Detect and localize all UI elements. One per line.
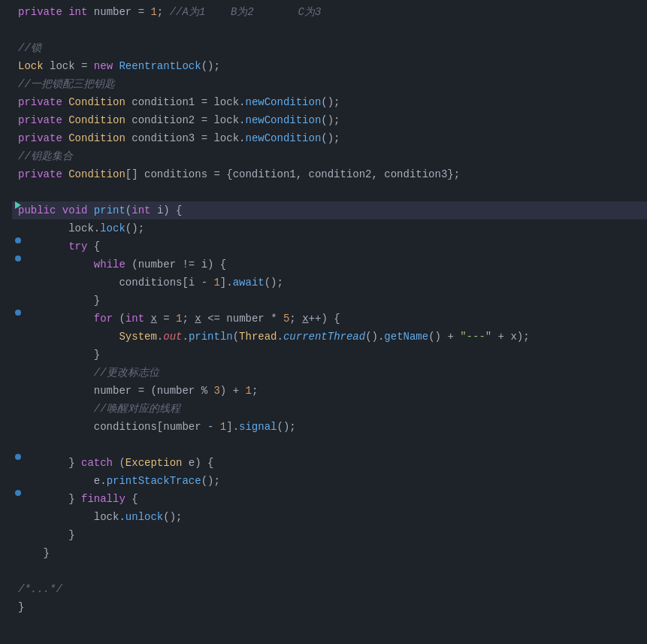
code-line: } bbox=[12, 544, 647, 562]
code-line: lock.lock(); bbox=[12, 219, 647, 237]
code-line bbox=[12, 562, 647, 580]
code-editor: private int number = 1; //A为1 B为2 C为3 //… bbox=[0, 0, 647, 644]
gutter-dot bbox=[12, 310, 24, 316]
code-line: } bbox=[12, 292, 647, 310]
gutter-arrow bbox=[12, 201, 24, 209]
code-line: //锁 bbox=[12, 39, 647, 57]
code-line: try { bbox=[12, 237, 647, 255]
code-line bbox=[12, 183, 647, 201]
code-line: } bbox=[12, 598, 647, 616]
code-line: } bbox=[12, 526, 647, 544]
code-line: //唤醒对应的线程 bbox=[12, 400, 647, 418]
code-line: number = (number % 3) + 1; bbox=[12, 382, 647, 400]
code-line: private int number = 1; //A为1 B为2 C为3 bbox=[12, 3, 647, 21]
gutter-dot bbox=[12, 255, 24, 262]
code-line bbox=[12, 21, 647, 39]
code-line: private Condition[] conditions = {condit… bbox=[12, 165, 647, 183]
code-line: lock.unlock(); bbox=[12, 508, 647, 526]
gutter-dot bbox=[12, 454, 24, 460]
code-line: } bbox=[12, 346, 647, 364]
code-line: //更改标志位 bbox=[12, 364, 647, 382]
code-line bbox=[12, 436, 647, 454]
code-line: //钥匙集合 bbox=[12, 147, 647, 165]
code-line: } finally { bbox=[12, 490, 647, 508]
code-line: private Condition condition3 = lock.newC… bbox=[12, 129, 647, 147]
gutter-dot bbox=[12, 237, 24, 243]
code-block: private int number = 1; //A为1 B为2 C为3 //… bbox=[0, 0, 647, 619]
code-line: System.out.println(Thread.currentThread(… bbox=[12, 328, 647, 346]
code-line: e.printStackTrace(); bbox=[12, 472, 647, 490]
code-line: //一把锁配三把钥匙 bbox=[12, 75, 647, 93]
code-line: conditions[i - 1].await(); bbox=[12, 274, 647, 292]
code-line: private Condition condition1 = lock.newC… bbox=[12, 93, 647, 111]
code-line: for (int x = 1; x <= number * 5; x++) { bbox=[12, 310, 647, 328]
gutter-dot bbox=[12, 490, 24, 496]
code-line: conditions[number - 1].signal(); bbox=[12, 418, 647, 436]
code-line: private Condition condition2 = lock.newC… bbox=[12, 111, 647, 129]
code-line: public void print(int i) { bbox=[12, 201, 647, 219]
code-line: while (number != i) { bbox=[12, 255, 647, 274]
code-line: /*...*/ bbox=[12, 580, 647, 598]
code-line: } catch (Exception e) { bbox=[12, 454, 647, 472]
code-line: Lock lock = new ReentrantLock(); bbox=[12, 57, 647, 75]
